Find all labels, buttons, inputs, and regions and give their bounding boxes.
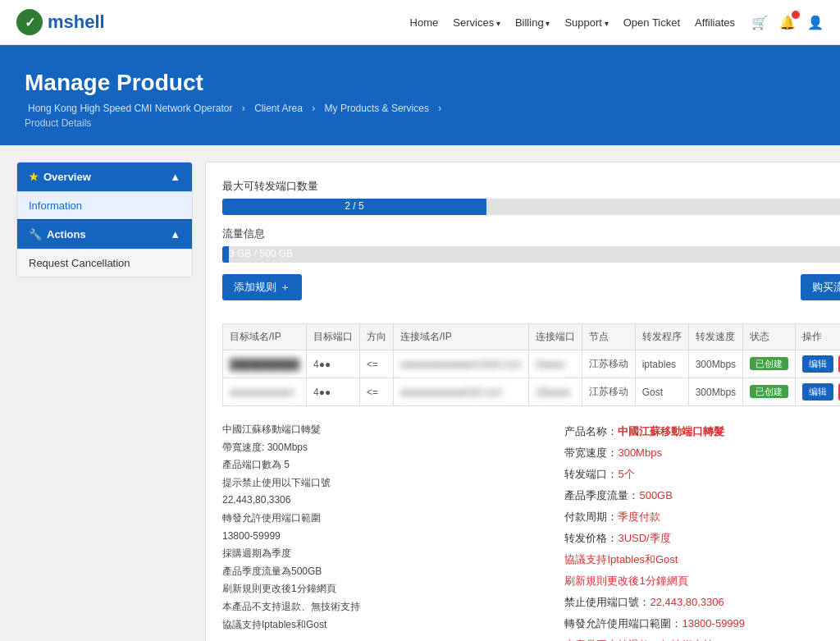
info-banned: 禁止使用端口號：22,443,80,3306 [564,592,840,613]
info-left-item: 本產品不支持退款、無技術支持 [222,598,540,616]
info-traffic: 產品季度流量：500GB [564,485,840,506]
col-node: 节点 [582,324,635,350]
info-left-item: 刷新規則更改後1分鐘網頁 [222,580,540,598]
info-left-item: 協議支持Iptables和Gost [222,616,540,634]
cell-connect-port: 2●●●● [528,350,582,378]
port-progress-label: 2 / 5 [222,200,684,212]
info-protocol: 協議支持Iptables和Gost [564,549,840,570]
col-domain: 目标域名/IP [223,324,307,350]
info-ports: 转发端口：5个 [564,464,840,485]
breadcrumb: Hong Kong High Speed CMI Network Operato… [25,103,815,114]
page-title: Manage Product [25,70,815,96]
cell-port: 4●● [307,350,360,378]
cell-connect-domain: ●●●●●●●●●●●●mshell.com [394,350,529,378]
info-left-item: 採購週期為季度 [222,545,540,563]
info-left-item: 產品季度流量為500GB [222,563,540,581]
breadcrumb-item-3[interactable]: My Products & Services [325,103,429,114]
add-rule-button[interactable]: 添加规则 ＋ [222,274,302,300]
hero-section: Manage Product Hong Kong High Speed CMI … [0,45,840,145]
traffic-progress-bar: 3 GB / 500 GB [222,246,840,263]
col-status: 状态 [743,324,796,350]
info-left-item: 中國江蘇移動端口轉髮 [222,421,540,439]
buy-traffic-button[interactable]: 购买流量 🛒 [801,274,840,300]
info-left-item: 13800-59999 [222,528,540,546]
brand-name: mshell [48,11,105,33]
cell-program: Gost [635,378,688,406]
cell-operations: 编辑 删除× [796,378,840,406]
sidebar-overview-header[interactable]: ★Overview ▲ [17,163,192,191]
info-price: 转发价格：3USD/季度 [564,528,840,549]
cell-speed: 300Mbps [688,350,742,378]
cell-speed: 300Mbps [688,378,742,406]
content-area: 最大可转发端口数量 2 / 5 流量信息 3 GB / 500 GB 添加规则 … [205,162,840,641]
nav-home[interactable]: Home [410,16,439,29]
nav-billing[interactable]: Billing [515,16,550,29]
cell-domain: ██████████ [223,350,307,378]
table-row: ██████████ 4●● <= ●●●●●●●●●●●●mshell.com… [223,350,841,378]
cell-connect-domain: ●●●●●●●●●●●hell.com [394,378,529,406]
info-range: 轉發允許使用端口範圍：13800-59999 [564,613,840,634]
brand-icon: ✓ [16,9,43,35]
main-layout: ★Overview ▲ Information 🔧Actions ▲ Reque… [0,145,840,641]
product-details-link[interactable]: Product Details [25,117,815,129]
table-row: ●●●●●●●●●●n 4●● <= ●●●●●●●●●●●hell.com 1… [223,378,841,406]
notification-icon[interactable]: 🔔 [779,15,796,30]
col-program: 转发程序 [635,324,688,350]
cell-program: iptables [635,350,688,378]
col-direction: 方向 [360,324,394,350]
col-connect-port: 连接端口 [528,324,582,350]
sidebar-item-information[interactable]: Information [17,191,192,219]
cart-icon[interactable]: 🛒 [751,15,768,30]
cell-domain: ●●●●●●●●●●n [223,378,307,406]
traffic-progress-fill [222,246,229,263]
nav-open-ticket[interactable]: Open Ticket [623,16,680,29]
sidebar-item-cancel[interactable]: Request Cancellation [17,249,192,277]
table-header-row: 目标域名/IP 目标端口 方向 连接域名/IP 连接端口 节点 转发程序 转发速… [223,324,841,350]
info-left-item: 提示禁止使用以下端口號 [222,474,540,492]
cell-connect-port: 18●●●● [528,378,582,406]
info-nosupport: 本產品不支持退款，無技術支持 [564,634,840,641]
cell-node: 江苏移动 [582,378,635,406]
wrench-icon: 🔧 [29,228,42,240]
sidebar-actions-header[interactable]: 🔧Actions ▲ [17,219,192,249]
col-speed: 转发速度 [688,324,742,350]
chevron-up-icon-actions: ▲ [170,228,180,240]
port-progress-bar: 2 / 5 [222,199,840,215]
navbar: ✓ mshell Home Services Billing Support O… [0,0,840,45]
nav-links: Home Services Billing Support Open Ticke… [410,16,735,29]
col-port: 目标端口 [307,324,360,350]
info-bandwidth: 带宽速度：300Mbps [564,442,840,464]
traffic-section-title: 流量信息 [222,227,840,241]
action-buttons-row: 添加规则 ＋ 购买流量 🛒 [222,274,840,312]
info-left-item: 產品端口數為 5 [222,456,540,474]
nav-services[interactable]: Services [453,16,500,29]
notification-badge [792,11,800,19]
breadcrumb-item-1[interactable]: Hong Kong High Speed CMI Network Operato… [28,103,232,114]
cell-direction: <= [360,350,394,378]
cell-status: 已创建 [743,350,796,378]
port-section-title: 最大可转发端口数量 [222,179,840,194]
cell-operations: 编辑 删除× [796,350,840,378]
nav-icons: 🛒 🔔 👤 [751,15,824,30]
info-refresh: 刷新規則更改後1分鐘網頁 [564,570,840,592]
info-right: 产品名称：中國江蘇移動端口轉髮 带宽速度：300Mbps 转发端口：5个 產品季… [564,421,840,641]
info-left-item: 帶寬速度: 300Mbps [222,439,540,457]
star-icon: ★ [29,171,39,183]
brand[interactable]: ✓ mshell [16,9,105,35]
chevron-up-icon: ▲ [170,171,180,183]
info-left: 中國江蘇移動端口轉髮帶寬速度: 300Mbps產品端口數為 5提示禁止使用以下端… [222,421,540,641]
user-icon[interactable]: 👤 [807,15,824,30]
edit-button[interactable]: 编辑 [802,355,833,373]
info-product-name: 产品名称：中國江蘇移動端口轉髮 [564,421,840,442]
info-payment: 付款周期：季度付款 [564,506,840,528]
port-section: 最大可转发端口数量 2 / 5 [222,179,840,215]
breadcrumb-item-2[interactable]: Client Area [254,103,303,114]
col-action: 操作 [796,324,840,350]
info-left-item: 22,443,80,3306 [222,492,540,510]
nav-support[interactable]: Support [564,16,608,29]
cell-node: 江苏移动 [582,350,635,378]
col-connect-domain: 连接域名/IP [394,324,529,350]
nav-affiliates[interactable]: Affiliates [695,16,735,29]
edit-button[interactable]: 编辑 [802,383,833,401]
port-progress-fill: 2 / 5 [222,199,486,215]
